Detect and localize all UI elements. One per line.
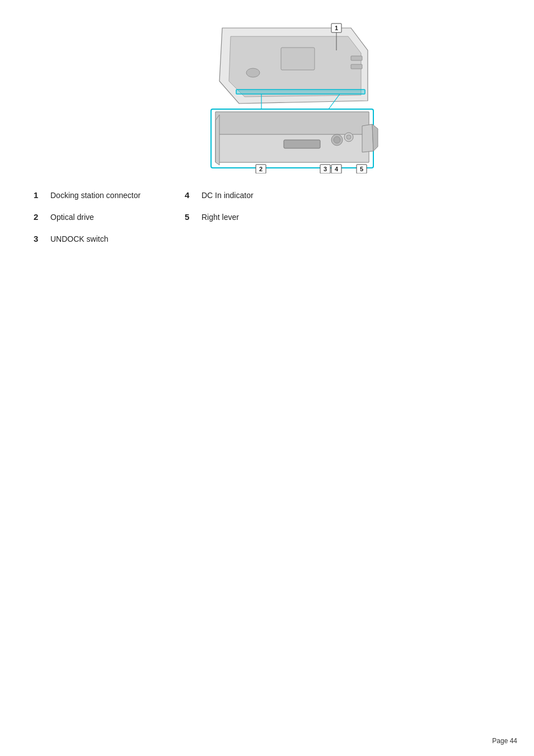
svg-text:5: 5 bbox=[360, 166, 363, 172]
device-diagram: 1 bbox=[149, 22, 385, 173]
svg-rect-11 bbox=[284, 140, 320, 148]
svg-point-13 bbox=[334, 137, 340, 143]
svg-rect-7 bbox=[236, 90, 365, 94]
svg-point-1 bbox=[246, 68, 260, 77]
legend-number-4: 4 bbox=[185, 190, 196, 200]
legend-number-5: 5 bbox=[185, 212, 196, 222]
legend-label-5: Right lever bbox=[202, 213, 239, 222]
svg-rect-3 bbox=[351, 64, 362, 69]
page-number: Page 44 bbox=[492, 737, 517, 745]
page-container: 1 bbox=[0, 0, 534, 756]
legend-number-1: 1 bbox=[34, 190, 45, 200]
svg-text:3: 3 bbox=[324, 166, 327, 172]
svg-text:1: 1 bbox=[335, 25, 338, 31]
legend-label-1: Docking station connector bbox=[50, 191, 151, 200]
legend-number-2: 2 bbox=[34, 212, 45, 222]
svg-text:2: 2 bbox=[259, 166, 263, 172]
legend-label-3: UNDOCK switch bbox=[50, 234, 151, 243]
legend-label-4: DC In indicator bbox=[202, 191, 254, 200]
legend-row-3: 3 UNDOCK switch bbox=[34, 234, 512, 243]
svg-rect-0 bbox=[281, 48, 315, 70]
svg-text:4: 4 bbox=[335, 166, 339, 172]
legend-row-1: 1 Docking station connector 4 DC In indi… bbox=[34, 190, 512, 200]
legend-label-2: Optical drive bbox=[50, 213, 151, 222]
legend-number-3: 3 bbox=[34, 234, 45, 243]
svg-point-15 bbox=[346, 135, 351, 139]
svg-rect-2 bbox=[351, 56, 362, 60]
legend-section: 1 Docking station connector 4 DC In indi… bbox=[22, 190, 512, 243]
diagram-section: 1 bbox=[22, 17, 512, 173]
legend-row-2: 2 Optical drive 5 Right lever bbox=[34, 212, 512, 222]
